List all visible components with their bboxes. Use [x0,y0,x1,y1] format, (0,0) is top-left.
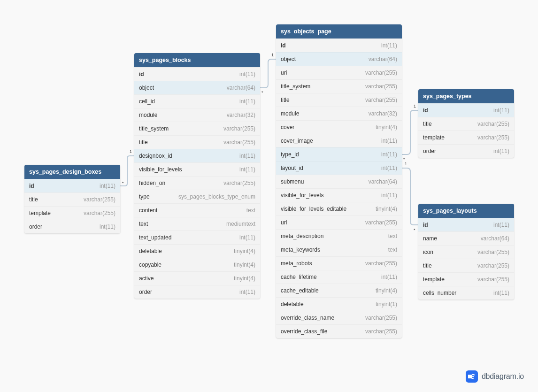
table-row[interactable]: activetinyint(4) [134,271,260,285]
table-row[interactable]: meta_keywordstext [276,243,402,256]
column-type: tinyint(4) [376,206,397,212]
table-row[interactable]: iconvarchar(255) [418,245,514,259]
table-header[interactable]: sys_pages_layouts [418,204,514,218]
column-type: int(11) [381,192,397,199]
column-name: type_id [281,151,299,158]
table-row[interactable]: titlevarchar(255) [418,259,514,272]
column-type: varchar(255) [365,315,397,321]
table-row[interactable]: visible_for_levelsint(11) [276,188,402,202]
column-name: cell_id [139,98,155,105]
table-row[interactable]: contenttext [134,203,260,217]
table-sys_pages_design_boxes[interactable]: sys_pages_design_boxesidint(11)titlevarc… [24,165,120,233]
table-row[interactable]: cache_lifetimeint(11) [276,270,402,284]
table-row[interactable]: titlevarchar(255) [418,117,514,131]
column-name: copyable [139,261,161,268]
column-name: module [139,112,157,118]
table-row[interactable]: cover_imageint(11) [276,134,402,147]
column-type: varchar(255) [477,262,509,269]
table-row[interactable]: templatevarchar(255) [418,131,514,144]
table-row[interactable]: override_class_namevarchar(255) [276,311,402,324]
table-row[interactable]: layout_idint(11) [276,161,402,175]
table-header[interactable]: sys_objects_page [276,24,402,38]
table-row[interactable]: objectvarchar(64) [134,81,260,94]
table-row[interactable]: titlevarchar(255) [134,135,260,149]
table-header[interactable]: sys_pages_blocks [134,53,260,67]
table-row[interactable]: submenuvarchar(64) [276,175,402,188]
table-row[interactable]: orderint(11) [134,285,260,299]
table-header[interactable]: sys_pages_design_boxes [24,165,120,179]
table-row[interactable]: modulevarchar(32) [276,107,402,120]
column-name: visible_for_levels [281,192,323,199]
column-name: module [281,110,299,117]
column-type: varchar(255) [477,249,509,255]
column-name: id [29,183,34,189]
table-row[interactable]: designbox_idint(11) [134,149,260,162]
table-row[interactable]: type_idint(11) [276,147,402,161]
column-type: int(11) [493,107,509,114]
table-row[interactable]: cache_editabletinyint(4) [276,284,402,297]
column-name: order [29,223,42,230]
column-name: layout_id [281,165,303,171]
diagram-canvas[interactable]: * 1 1 * 1 * * 1 sys_pages_design_boxesid… [0,0,538,392]
table-row[interactable]: deletabletinyint(4) [134,244,260,258]
table-sys_pages_layouts[interactable]: sys_pages_layoutsidint(11)namevarchar(64… [418,204,514,300]
relation-layouts-objectspage [402,168,418,225]
column-type: varchar(32) [369,110,397,117]
table-row[interactable]: textmediumtext [134,217,260,231]
watermark: dbdiagram.io [466,370,524,383]
table-row[interactable]: meta_descriptiontext [276,229,402,243]
table-row[interactable]: modulevarchar(32) [134,108,260,122]
column-type: varchar(255) [365,83,397,90]
column-name: meta_keywords [281,246,320,253]
table-row[interactable]: idint(11) [418,103,514,117]
cardinality-label: 1 [130,149,132,154]
table-row[interactable]: title_systemvarchar(255) [134,122,260,135]
column-name: order [423,148,436,154]
table-row[interactable]: text_updatedint(11) [134,231,260,244]
table-row[interactable]: urlvarchar(255) [276,215,402,229]
table-row[interactable]: meta_robotsvarchar(255) [276,256,402,270]
column-name: override_class_name [281,315,334,321]
table-row[interactable]: urivarchar(255) [276,66,402,79]
column-type: int(11) [239,166,255,173]
table-row[interactable]: titlevarchar(255) [276,93,402,107]
column-name: title_system [281,83,310,90]
table-row[interactable]: idint(11) [24,179,120,192]
table-row[interactable]: covertinyint(4) [276,120,402,134]
table-row[interactable]: visible_for_levelsint(11) [134,162,260,176]
table-row[interactable]: namevarchar(64) [418,231,514,245]
column-name: hidden_on [139,180,165,186]
table-sys_pages_blocks[interactable]: sys_pages_blocksidint(11)objectvarchar(6… [134,53,260,299]
table-row[interactable]: orderint(11) [418,144,514,158]
column-type: tinyint(4) [234,248,255,254]
relation-types-objectspage [402,110,418,154]
table-row[interactable]: objectvarchar(64) [276,52,402,66]
table-row[interactable]: templatevarchar(255) [24,206,120,220]
table-row[interactable]: title_systemvarchar(255) [276,79,402,93]
table-row[interactable]: idint(11) [418,218,514,231]
table-row[interactable]: copyabletinyint(4) [134,258,260,271]
table-row[interactable]: typesys_pages_blocks_type_enum [134,190,260,203]
table-row[interactable]: override_class_filevarchar(255) [276,324,402,338]
table-sys_objects_page[interactable]: sys_objects_pageidint(11)objectvarchar(6… [276,24,402,338]
table-row[interactable]: cells_numberint(11) [418,286,514,300]
table-row[interactable]: visible_for_levels_editabletinyint(4) [276,202,402,215]
table-row[interactable]: hidden_onvarchar(255) [134,176,260,190]
cardinality-label: 1 [271,53,274,57]
table-row[interactable]: deletabletinyint(1) [276,297,402,311]
column-type: mediumtext [226,221,255,227]
column-type: tinyint(4) [234,261,255,268]
table-row[interactable]: idint(11) [134,67,260,81]
column-type: int(11) [381,151,397,158]
column-name: visible_for_levels_editable [281,206,346,212]
table-row[interactable]: orderint(11) [24,220,120,233]
column-type: varchar(255) [84,196,115,203]
table-row[interactable]: idint(11) [276,38,402,52]
table-row[interactable]: titlevarchar(255) [24,192,120,206]
table-header[interactable]: sys_pages_types [418,89,514,103]
column-type: varchar(255) [365,260,397,267]
table-sys_pages_types[interactable]: sys_pages_typesidint(11)titlevarchar(255… [418,89,514,158]
column-name: icon [423,249,433,255]
table-row[interactable]: cell_idint(11) [134,94,260,108]
table-row[interactable]: templatevarchar(255) [418,272,514,286]
